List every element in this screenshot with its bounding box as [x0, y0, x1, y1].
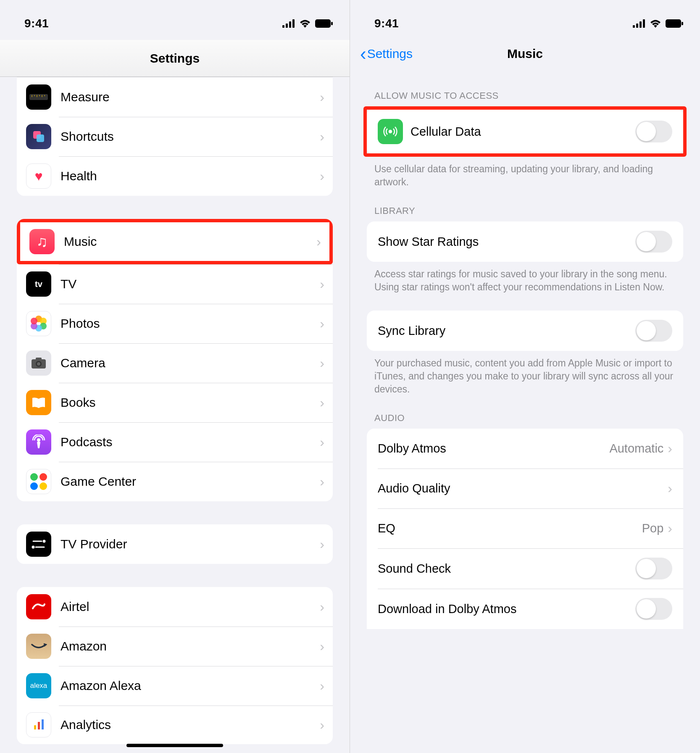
- settings-row-label: Game Center: [61, 474, 320, 489]
- settings-header: Settings: [0, 40, 350, 77]
- chevron-right-icon: ›: [320, 474, 324, 490]
- svg-rect-27: [639, 21, 642, 28]
- left-phone: 9:41 Settings Measure › Shortcuts › ♥ He…: [0, 0, 350, 753]
- audio-quality-row[interactable]: Audio Quality ›: [367, 469, 683, 508]
- back-label: Settings: [367, 47, 413, 61]
- status-bar: 9:41: [0, 0, 350, 40]
- settings-row-amazon[interactable]: Amazon ›: [17, 627, 333, 666]
- svg-rect-3: [292, 19, 295, 28]
- settings-group-1: Measure › Shortcuts › ♥ Health ›: [17, 77, 333, 196]
- svg-rect-28: [643, 19, 645, 28]
- chevron-right-icon: ›: [320, 537, 324, 552]
- star-group: Show Star Ratings: [367, 221, 683, 262]
- chevron-right-icon: ›: [320, 276, 324, 292]
- eq-label: EQ: [378, 521, 642, 535]
- cellular-data-row[interactable]: Cellular Data: [367, 110, 683, 153]
- settings-group-2: ♫ Music › tv TV › Photos › Camera › B: [17, 219, 333, 501]
- settings-row-camera[interactable]: Camera ›: [17, 343, 333, 383]
- music-title: Music: [507, 47, 543, 61]
- chevron-right-icon: ›: [668, 481, 672, 496]
- settings-row-music[interactable]: ♫ Music ›: [17, 219, 333, 264]
- music-icon: ♫: [29, 229, 55, 254]
- podcasts-icon: [26, 429, 51, 455]
- settings-row-podcasts[interactable]: Podcasts ›: [17, 422, 333, 462]
- home-indicator: [126, 744, 223, 747]
- eq-value: Pop: [642, 521, 664, 535]
- dolby-value: Automatic: [609, 442, 663, 455]
- sync-library-row[interactable]: Sync Library: [367, 311, 683, 351]
- section-header-audio: AUDIO: [374, 413, 676, 424]
- cellular-signal-icon: [282, 19, 295, 28]
- status-bar: 9:41: [350, 0, 700, 40]
- svg-rect-29: [666, 19, 681, 28]
- music-nav-bar: ‹ Settings Music: [350, 40, 700, 74]
- sound-check-toggle[interactable]: [635, 558, 672, 579]
- star-ratings-row[interactable]: Show Star Ratings: [367, 221, 683, 262]
- star-footer: Access star ratings for music saved to y…: [374, 268, 676, 294]
- settings-row-alexa[interactable]: alexa Amazon Alexa ›: [17, 666, 333, 706]
- star-label: Show Star Ratings: [378, 235, 635, 249]
- settings-row-label: Music: [64, 234, 316, 249]
- svg-rect-16: [36, 358, 42, 360]
- status-icons: [633, 19, 683, 28]
- measure-icon: [26, 84, 51, 110]
- download-dolby-row[interactable]: Download in Dolby Atmos: [367, 589, 683, 629]
- settings-row-shortcuts[interactable]: Shortcuts ›: [17, 117, 333, 156]
- star-toggle[interactable]: [635, 231, 672, 253]
- settings-row-label: Photos: [61, 316, 320, 331]
- analytics-icon: [26, 712, 51, 737]
- svg-rect-30: [682, 22, 683, 25]
- status-time: 9:41: [374, 17, 399, 30]
- sync-toggle[interactable]: [635, 320, 672, 342]
- battery-icon: [315, 19, 333, 28]
- chevron-right-icon: ›: [668, 441, 672, 456]
- chevron-right-icon: ›: [320, 316, 324, 332]
- settings-group-4: Airtel › Amazon › alexa Amazon Alexa › A…: [17, 587, 333, 744]
- chevron-right-icon: ›: [320, 169, 324, 184]
- svg-rect-4: [315, 19, 331, 28]
- chevron-right-icon: ›: [316, 234, 321, 250]
- svg-rect-5: [331, 22, 333, 25]
- chevron-right-icon: ›: [320, 129, 324, 145]
- settings-row-photos[interactable]: Photos ›: [17, 304, 333, 343]
- chevron-right-icon: ›: [320, 355, 324, 371]
- svg-rect-0: [282, 25, 284, 28]
- cellular-toggle[interactable]: [635, 121, 672, 142]
- access-footer: Use cellular data for streaming, updatin…: [374, 163, 676, 189]
- cellular-label: Cellular Data: [411, 125, 635, 139]
- section-header-library: LIBRARY: [374, 205, 676, 216]
- dolby-row[interactable]: Dolby Atmos Automatic ›: [367, 429, 683, 469]
- svg-rect-1: [286, 24, 288, 28]
- settings-row-tvprovider[interactable]: TV Provider ›: [17, 524, 333, 564]
- settings-row-books[interactable]: Books ›: [17, 383, 333, 422]
- svg-point-18: [37, 362, 40, 366]
- settings-row-measure[interactable]: Measure ›: [17, 77, 333, 117]
- svg-point-19: [37, 438, 40, 442]
- chevron-left-icon: ‹: [360, 49, 366, 58]
- sync-group: Sync Library: [367, 311, 683, 351]
- cellular-icon: [378, 119, 403, 144]
- audio-group: Dolby Atmos Automatic › Audio Quality › …: [367, 429, 683, 629]
- svg-rect-24: [42, 719, 44, 729]
- eq-row[interactable]: EQ Pop ›: [367, 508, 683, 548]
- chevron-right-icon: ›: [320, 599, 324, 615]
- chevron-right-icon: ›: [320, 434, 324, 450]
- sync-footer: Your purchased music, content you add fr…: [374, 357, 676, 396]
- amazon-icon: [26, 634, 51, 659]
- settings-row-analytics[interactable]: Analytics ›: [17, 706, 333, 744]
- right-phone: 9:41 ‹ Settings Music ALLOW MUSIC TO ACC…: [350, 0, 700, 753]
- download-dolby-toggle[interactable]: [635, 598, 672, 620]
- download-dolby-label: Download in Dolby Atmos: [378, 602, 635, 616]
- settings-row-health[interactable]: ♥ Health ›: [17, 156, 333, 196]
- settings-row-tv[interactable]: tv TV ›: [17, 264, 333, 304]
- settings-row-gamecenter[interactable]: Game Center ›: [17, 462, 333, 501]
- sound-check-row[interactable]: Sound Check: [367, 548, 683, 589]
- svg-rect-2: [289, 21, 291, 28]
- wifi-icon: [650, 19, 661, 28]
- settings-row-airtel[interactable]: Airtel ›: [17, 587, 333, 627]
- photos-icon: [26, 311, 51, 336]
- chevron-right-icon: ›: [320, 639, 324, 654]
- back-button[interactable]: ‹ Settings: [360, 47, 413, 61]
- svg-rect-14: [37, 134, 44, 142]
- dolby-label: Dolby Atmos: [378, 442, 609, 455]
